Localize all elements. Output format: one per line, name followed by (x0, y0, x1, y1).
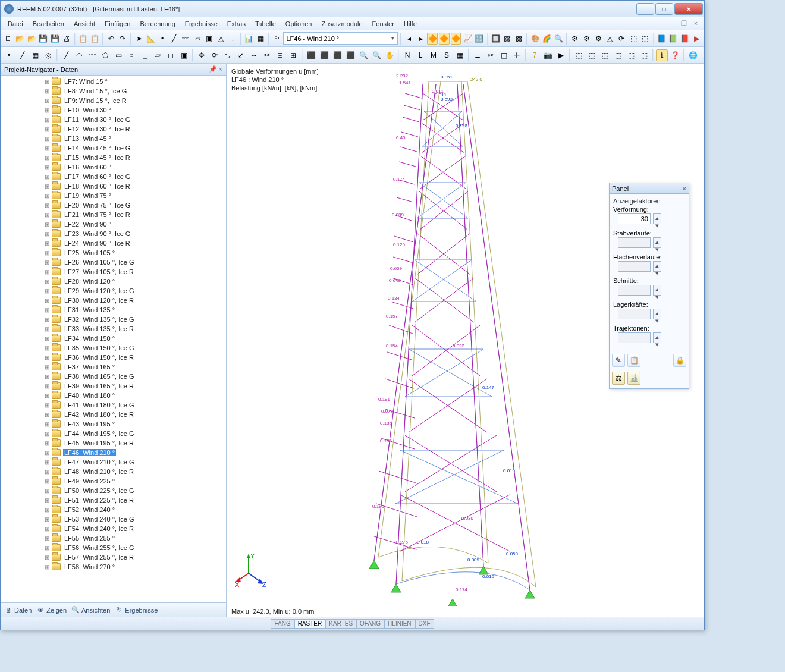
tree-item[interactable]: ⊞LF19: Wind 75 ° (1, 191, 226, 200)
zoom-window-icon[interactable]: 🔍 (370, 49, 382, 61)
expand-icon[interactable]: ⊞ (43, 155, 51, 161)
result-loads-icon[interactable]: 🔶 (439, 33, 450, 45)
expand-icon[interactable]: ⊞ (43, 383, 51, 390)
edit-scale-icon[interactable]: ⤢ (235, 49, 247, 61)
pin-icon[interactable]: 📌 (209, 65, 217, 73)
close-button[interactable]: ✕ (674, 3, 703, 15)
nav-tab-ansichten[interactable]: 🔍Ansichten (71, 606, 110, 614)
panel-close-icon[interactable]: × (683, 185, 686, 192)
status-raster[interactable]: RASTER (294, 619, 326, 629)
expand-icon[interactable]: ⊞ (43, 88, 51, 95)
edit-connect-icon[interactable]: ⊞ (287, 49, 299, 61)
view-side-icon[interactable]: ⬛ (331, 49, 343, 61)
tree-item[interactable]: ⊞LF34: Wind 150 ° (1, 334, 226, 343)
spinner-trajektorien[interactable]: ▴▾ (653, 332, 661, 343)
spinner-stabverlaeufe[interactable]: ▴▾ (653, 237, 661, 248)
snap-line-icon[interactable]: ╱ (16, 49, 28, 61)
tree-item[interactable]: ⊞LF40: Wind 180 ° (1, 391, 226, 400)
expand-icon[interactable]: ⊞ (43, 231, 51, 237)
select-icon[interactable]: ➤ (134, 33, 145, 45)
model-canvas[interactable]: Globale Verformungen u [mm] LF46 : Wind … (227, 64, 704, 606)
show-surfaces-icon[interactable]: S (441, 49, 453, 61)
navigator-tree[interactable]: ⊞LF7: Wind 15 °⊞LF8: Wind 15 °, Ice G⊞LF… (1, 76, 226, 602)
screenshot-icon[interactable]: 📷 (542, 49, 554, 61)
show-nodes-icon[interactable]: N (401, 49, 413, 61)
expand-icon[interactable]: ⊞ (43, 373, 51, 380)
result-values-icon[interactable]: 🔢 (474, 33, 485, 45)
tree-item[interactable]: ⊞LF37: Wind 165 ° (1, 362, 226, 372)
draw-poly-icon[interactable]: ⬠ (99, 49, 111, 61)
view-3d-icon[interactable]: ⬛ (344, 49, 356, 61)
panel-copy-icon[interactable]: 📋 (627, 354, 640, 367)
tree-item[interactable]: ⊞LF15: Wind 45 °, Ice R (1, 153, 226, 162)
expand-icon[interactable]: ⊞ (43, 431, 51, 437)
module-stop-icon[interactable]: ▶ (691, 33, 702, 45)
close-panel-icon[interactable]: × (219, 65, 222, 73)
expand-icon[interactable]: ⊞ (43, 174, 51, 180)
tree-item[interactable]: ⊞LF49: Wind 225 ° (1, 476, 226, 486)
render-icon[interactable]: 🎨 (530, 33, 541, 45)
tree-item[interactable]: ⊞LF50: Wind 225 °, Ice G (1, 486, 226, 495)
tree-item[interactable]: ⊞LF57: Wind 255 °, Ice R (1, 552, 226, 562)
menu-zusatzmodule[interactable]: Zusatzmodule (317, 19, 368, 29)
minimize-button[interactable]: — (636, 3, 654, 15)
draw-opening-icon[interactable]: ◻ (165, 49, 177, 61)
tree-item[interactable]: ⊞LF11: Wind 30 °, Ice G (1, 115, 226, 124)
extra-1-icon[interactable]: ⬚ (573, 49, 585, 61)
tree-item[interactable]: ⊞LF25: Wind 105 ° (1, 248, 226, 258)
view-iso-icon[interactable]: 🔲 (490, 33, 501, 45)
input-verformung[interactable] (618, 213, 651, 224)
line-icon[interactable]: ╱ (169, 33, 180, 45)
tree-item[interactable]: ⊞LF53: Wind 240 °, Ice G (1, 514, 226, 524)
edit-trim-icon[interactable]: ✂ (261, 49, 273, 61)
extra-3-icon[interactable]: ⬚ (599, 49, 611, 61)
expand-icon[interactable]: ⊞ (43, 307, 51, 313)
tree-item[interactable]: ⊞LF27: Wind 105 °, Ice R (1, 267, 226, 277)
zoom-fit-icon[interactable]: 🔍 (357, 49, 369, 61)
extra-4-icon[interactable]: ⬚ (612, 49, 624, 61)
expand-icon[interactable]: ⊞ (43, 488, 51, 494)
copy-icon[interactable]: 📋 (78, 33, 89, 45)
help-icon[interactable]: ❓ (669, 49, 681, 61)
expand-icon[interactable]: ⊞ (43, 345, 51, 351)
draw-circle-icon[interactable]: ○ (125, 49, 137, 61)
spinner-flaechenverlaeufe[interactable]: ▴▾ (653, 261, 661, 272)
menu-fenster[interactable]: Fenster (368, 19, 399, 29)
tool-b-icon[interactable]: ⚙ (582, 33, 592, 45)
expand-icon[interactable]: ⊞ (43, 440, 51, 447)
nav-next-icon[interactable]: ▸ (416, 33, 426, 45)
expand-icon[interactable]: ⊞ (43, 259, 51, 266)
view-wireframe-icon[interactable]: ▨ (502, 33, 513, 45)
tree-item[interactable]: ⊞LF31: Wind 135 ° (1, 305, 226, 315)
tool-f-icon[interactable]: ⬚ (628, 33, 639, 45)
tree-item[interactable]: ⊞LF21: Wind 75 °, Ice R (1, 210, 226, 219)
tree-item[interactable]: ⊞LF39: Wind 165 °, Ice R (1, 381, 226, 391)
open-icon[interactable]: 📂 (15, 33, 26, 45)
print-icon[interactable]: 🖨 (61, 33, 72, 45)
panel-edit-icon[interactable]: ✎ (612, 354, 625, 367)
tree-item[interactable]: ⊞LF17: Wind 60 °, Ice G (1, 172, 226, 181)
solid-icon[interactable]: ▣ (204, 33, 215, 45)
expand-icon[interactable]: ⊞ (43, 402, 51, 409)
menu-datei[interactable]: Datei (3, 19, 28, 29)
workplane-icon[interactable]: ◫ (498, 49, 510, 61)
expand-icon[interactable]: ⊞ (43, 126, 51, 133)
module-2-icon[interactable]: 📗 (668, 33, 679, 45)
mdi-restore-icon[interactable]: ❐ (679, 20, 689, 28)
expand-icon[interactable]: ⊞ (43, 316, 51, 323)
expand-icon[interactable]: ⊞ (43, 326, 51, 332)
panel-scale-icon[interactable]: ⚖ (612, 372, 625, 385)
results-panel[interactable]: Panel × Anzeigefaktoren Verformung: ▴▾ (609, 183, 689, 389)
expand-icon[interactable]: ⊞ (43, 364, 51, 370)
show-fe-icon[interactable]: ▦ (454, 49, 466, 61)
draw-surface-icon[interactable]: ▱ (152, 49, 164, 61)
edit-move-icon[interactable]: ✥ (196, 49, 208, 61)
snap-osnap-icon[interactable]: ◎ (42, 49, 54, 61)
tree-item[interactable]: ⊞LF41: Wind 180 °, Ice G (1, 400, 226, 410)
tree-item[interactable]: ⊞LF48: Wind 210 °, Ice R (1, 467, 226, 476)
animate-icon[interactable]: ▶ (555, 49, 567, 61)
nav-first-icon[interactable]: ◂ (404, 33, 415, 45)
nav-tab-daten[interactable]: 🗎Daten (4, 606, 32, 614)
tool-d-icon[interactable]: △ (605, 33, 616, 45)
tree-item[interactable]: ⊞LF45: Wind 195 °, Ice R (1, 438, 226, 448)
